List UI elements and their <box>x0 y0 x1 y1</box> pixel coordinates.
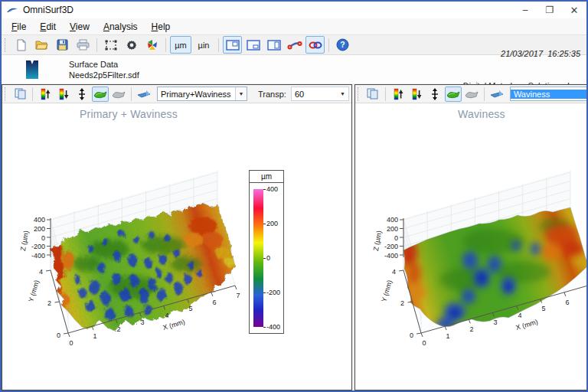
y-tick: 4 <box>392 268 396 276</box>
x-tick: 6 <box>565 299 569 306</box>
left-view-combo[interactable]: Primary+Waviness ▼ <box>157 87 247 101</box>
print-icon <box>77 39 90 51</box>
left-colorbar: µm 400 200 0 -200 -400 <box>249 170 284 334</box>
minimize-button[interactable]: – <box>513 2 537 18</box>
settings-button[interactable] <box>122 36 141 54</box>
layout-inset-icon <box>247 40 260 51</box>
copy-icon <box>15 88 26 100</box>
menu-view[interactable]: View <box>63 20 96 34</box>
menu-file[interactable]: File <box>5 20 33 34</box>
surface-view-button[interactable] <box>136 87 152 102</box>
panel-close-button[interactable]: ✕ <box>584 87 588 101</box>
color-range-up-button[interactable] <box>390 87 407 102</box>
save-button[interactable] <box>53 36 72 54</box>
z-tick: 0 <box>394 234 398 242</box>
um-units-button[interactable]: µm <box>170 36 191 54</box>
maximize-button[interactable]: ❐ <box>537 2 562 18</box>
surface-view-icon <box>490 90 504 99</box>
measure-tool-button[interactable] <box>285 36 304 54</box>
color-range-down-icon <box>411 88 422 100</box>
color-range-up-icon <box>40 88 51 100</box>
copy-button[interactable] <box>11 87 28 102</box>
z-tick: -200 <box>384 243 398 250</box>
transparency-combo[interactable]: 60 ▼ <box>291 87 349 101</box>
y-tick: 4 <box>39 268 43 276</box>
y-tick: 2 <box>400 299 404 307</box>
colorbar-tick: -200 <box>266 289 280 296</box>
open-file-button[interactable] <box>32 36 51 54</box>
left-panel-toolbar: Primary+Waviness ▼ Transp: 60 ▼ <box>2 85 351 103</box>
close-button[interactable]: ✕ <box>562 2 586 18</box>
surface-gray-button[interactable] <box>463 87 480 102</box>
menu-analysis[interactable]: Analysis <box>96 20 145 34</box>
z-axis-label: Z (µm) <box>19 230 30 251</box>
uin-units-button[interactable]: µin <box>193 36 214 54</box>
autoscale-z-button[interactable] <box>74 87 90 102</box>
autoscale-z-icon <box>431 88 439 100</box>
surface-shaded-icon <box>93 90 107 99</box>
autoscale-z-button[interactable] <box>426 87 443 102</box>
x-axis-label: X (mm) <box>162 318 186 332</box>
help-button[interactable]: ? <box>333 36 352 54</box>
x-tick: 7 <box>236 292 240 299</box>
right-view-combo-value: Waviness <box>511 90 588 99</box>
colorbar-gradient <box>253 189 263 327</box>
z-tick: 400 <box>387 216 398 224</box>
surface-gray-button[interactable] <box>110 87 127 102</box>
z-tick: 400 <box>34 216 45 224</box>
selection-region-button[interactable] <box>101 36 120 54</box>
new-document-icon <box>15 39 28 51</box>
layout-inset-view-button[interactable] <box>243 36 263 54</box>
y-axis-label: Y (mm) <box>27 279 41 303</box>
z-tick: 0 <box>41 234 45 242</box>
x-tick: 0 <box>422 339 426 347</box>
surface-view-button[interactable] <box>488 87 505 102</box>
dataset-info: Surface Data Needs2p5Filter.sdf <box>69 59 139 80</box>
surface-shaded-icon <box>446 90 460 99</box>
autoscale-z-icon <box>78 88 86 100</box>
copy-icon <box>367 88 378 100</box>
y-tick: 0 <box>57 332 60 339</box>
surface-gray-icon <box>465 90 479 99</box>
z-tick: -400 <box>384 252 398 260</box>
color-pinwheel-icon <box>146 39 158 51</box>
z-tick: -400 <box>31 252 45 260</box>
combo-dropdown-arrow-icon[interactable]: ▼ <box>337 87 348 100</box>
x-tick: 5 <box>541 305 545 312</box>
color-scale-button[interactable] <box>142 36 162 54</box>
right-plot-area[interactable]: Waviness <box>355 103 588 390</box>
header-bar: Surface Data Needs2p5Filter.sdf 21/03/20… <box>2 55 586 83</box>
plot-panels: Primary+Waviness ▼ Transp: 60 ▼ Primary … <box>2 83 586 390</box>
z-tick: 200 <box>34 225 45 233</box>
layout-single-view-button[interactable] <box>223 36 242 54</box>
transparency-label: Transp: <box>258 90 286 99</box>
toolbar-separator <box>32 87 33 101</box>
color-range-down-button[interactable] <box>55 87 72 102</box>
layout-split-view-button[interactable] <box>264 36 283 54</box>
transparency-value: 60 <box>292 90 337 99</box>
toolbar-grip <box>5 38 8 52</box>
app-icon <box>6 5 18 15</box>
link-chain-icon <box>309 41 322 50</box>
left-plot-area[interactable]: Primary + Waviness <box>2 103 351 390</box>
menu-help[interactable]: Help <box>145 20 178 34</box>
toolbar-grip <box>5 87 8 101</box>
surface-shaded-button[interactable] <box>92 87 109 102</box>
menu-edit[interactable]: Edit <box>33 20 63 34</box>
company-logo <box>26 60 38 79</box>
right-view-combo[interactable]: Waviness ▼ <box>510 87 588 101</box>
right-panel-toolbar: Waviness ▼ ✕ <box>355 85 588 103</box>
link-views-button[interactable] <box>305 36 325 54</box>
save-icon <box>57 39 68 51</box>
y-axis-label: Y (mm) <box>380 279 394 303</box>
colorbar-tick: -400 <box>266 323 280 331</box>
new-document-button[interactable] <box>11 36 31 54</box>
left-plot-panel: Primary+Waviness ▼ Transp: 60 ▼ Primary … <box>2 84 352 390</box>
color-range-down-button[interactable] <box>408 87 425 102</box>
combo-dropdown-arrow-icon[interactable]: ▼ <box>235 87 247 100</box>
print-button[interactable] <box>74 36 93 54</box>
color-range-up-button[interactable] <box>37 87 54 102</box>
x-tick: 2 <box>469 325 473 333</box>
copy-button[interactable] <box>364 87 381 102</box>
surface-shaded-button[interactable] <box>445 87 462 102</box>
